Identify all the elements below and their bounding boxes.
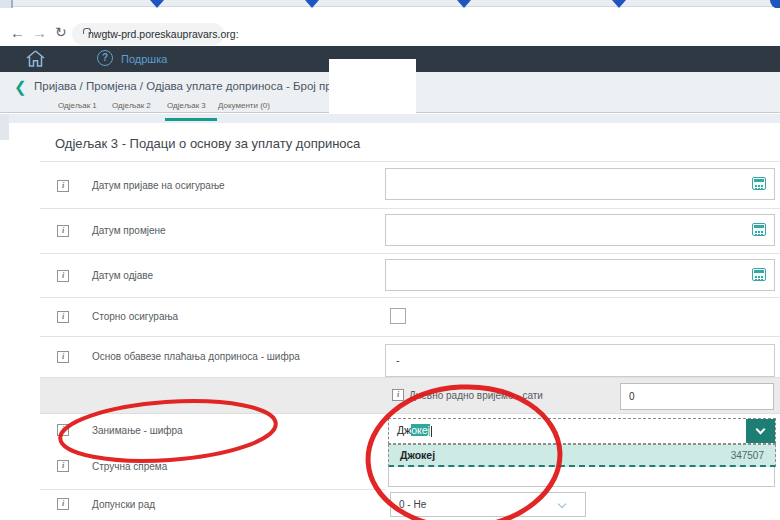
date-insurance-start-input[interactable] (385, 168, 775, 200)
home-icon[interactable] (26, 50, 45, 67)
dropdown-option-code[interactable]: 347507 (731, 450, 764, 461)
tab-section-2[interactable]: Одјељак 2 (112, 101, 151, 110)
info-icon[interactable]: i (57, 180, 69, 192)
calendar-icon[interactable] (752, 177, 766, 190)
address-bar[interactable]: nwgtw-prd.poreskaupravars.org: (72, 23, 224, 45)
breadcrumb: Пријава / Промјена / Одјава уплате допри… (34, 80, 359, 92)
daily-hours-input[interactable] (620, 383, 774, 410)
storno-checkbox[interactable] (390, 308, 406, 324)
info-icon[interactable]: i (57, 424, 69, 436)
url-text[interactable]: nwgtw-prd.poreskaupravars.org: (88, 28, 239, 40)
divider (40, 489, 386, 490)
divider (40, 208, 780, 209)
blue-arrow-icon (612, 0, 626, 8)
info-icon[interactable]: i (57, 351, 69, 363)
contribution-basis-select[interactable]: - (385, 344, 775, 377)
field-label-additional-work: Допунски рад (92, 499, 155, 510)
info-icon[interactable]: i (57, 225, 69, 237)
occupation-dropdown-panel: Джокеј 347507 (388, 444, 776, 467)
back-icon[interactable]: ← (10, 25, 25, 40)
browser-tabstrip (0, 0, 780, 7)
tab-documents[interactable]: Документи (0) (218, 101, 270, 110)
tab-section-3[interactable]: Одјељак 3 (167, 101, 206, 110)
application-window: ← → ↻ nwgtw-prd.poreskaupravars.org: ? П… (0, 0, 780, 520)
breadcrumb-back-icon[interactable]: ❮ (14, 78, 27, 96)
help-icon[interactable]: ? (97, 50, 113, 66)
panel-edge-strip (0, 114, 780, 123)
field-label-qualification: Стручна спрема (92, 461, 167, 472)
field-label-date-change: Датум промјене (92, 225, 166, 236)
divider (40, 297, 780, 298)
left-edge-artifact (0, 114, 9, 140)
page-title: Одјељак 3 - Подаци о основу за уплату до… (55, 136, 360, 151)
blue-arrow-icon (457, 0, 471, 8)
info-icon[interactable]: i (57, 270, 69, 282)
date-deregistration-input[interactable] (385, 259, 775, 291)
field-label-occupation: Занимање - шифра (92, 425, 183, 436)
occupation-dropdown-button[interactable] (746, 419, 775, 443)
forward-icon[interactable]: → (32, 25, 47, 40)
divider (40, 161, 780, 162)
browser-toolbar: ← → ↻ nwgtw-prd.poreskaupravars.org: (0, 8, 780, 46)
info-icon[interactable]: i (57, 498, 69, 510)
blue-arrow-icon (305, 0, 319, 8)
info-icon[interactable]: i (57, 311, 69, 323)
field-label-contribution-basis: Основ обавезе плаћања доприноса - шифра (92, 351, 300, 362)
divider (40, 336, 780, 337)
calendar-icon[interactable] (752, 223, 766, 236)
additional-work-select[interactable]: 0 - Не (390, 492, 586, 517)
support-link[interactable]: Подршка (121, 53, 167, 65)
date-change-input[interactable] (385, 214, 775, 246)
text-cursor (431, 426, 432, 437)
blue-arrow-icon (150, 0, 164, 8)
reload-icon[interactable]: ↻ (55, 25, 67, 40)
field-label-daily-hours: Дневно радно вријеме - сати (409, 390, 543, 401)
field-label-storno: Сторно осигурања (92, 311, 178, 322)
additional-work-value: 0 - Не (399, 499, 426, 510)
info-icon[interactable]: i (392, 389, 404, 401)
chevron-down-icon (558, 500, 566, 508)
typed-text: Дж (397, 424, 411, 436)
dropdown-option-name[interactable]: Джокеј (400, 449, 435, 461)
field-label-date-deregistration: Датум одјаве (92, 270, 153, 281)
occupation-combobox[interactable]: Джокеј (388, 418, 776, 444)
selected-text: океј (411, 424, 430, 436)
tab-section-1[interactable]: Одјељак 1 (58, 101, 97, 110)
divider (40, 253, 780, 254)
active-tab-underline (165, 118, 217, 121)
field-label-date-insurance-start: Датум пријаве на осигурање (92, 180, 225, 191)
info-icon[interactable]: i (57, 460, 69, 472)
redaction-box (329, 59, 416, 113)
occupation-input-text[interactable]: Джокеј (397, 424, 432, 437)
chevron-down-icon (756, 425, 766, 435)
calendar-icon[interactable] (752, 268, 766, 281)
